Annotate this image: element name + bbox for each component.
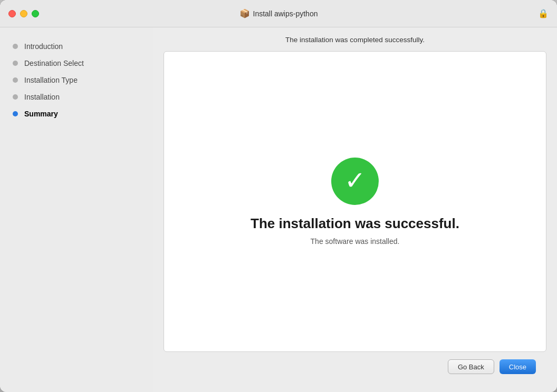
- sidebar-dot-installation-type: [13, 77, 18, 83]
- sidebar-item-destination-select: Destination Select: [0, 55, 153, 72]
- sidebar-item-installation: Installation: [0, 89, 153, 105]
- sidebar-dot-introduction: [13, 44, 18, 49]
- go-back-button[interactable]: Go Back: [448, 359, 494, 374]
- sidebar-label-destination-select: Destination Select: [24, 59, 84, 67]
- traffic-lights: [8, 10, 39, 17]
- sidebar-item-installation-type: Installation Type: [0, 72, 153, 89]
- sidebar-label-introduction: Introduction: [24, 42, 63, 51]
- button-bar: Go Back Close: [164, 352, 546, 381]
- installer-window: 📦 Install awips-python 🔒 Introduction De…: [0, 0, 557, 392]
- close-button[interactable]: Close: [500, 359, 536, 374]
- title-text: Install awips-python: [253, 9, 318, 18]
- sidebar-item-summary: Summary: [0, 105, 153, 122]
- success-subtitle: The software was installed.: [311, 237, 400, 246]
- content-panel: ✓ The installation was successful. The s…: [164, 51, 546, 352]
- titlebar: 📦 Install awips-python 🔒: [0, 0, 557, 27]
- success-title: The installation was successful.: [251, 215, 459, 232]
- sidebar: Introduction Destination Select Installa…: [0, 27, 153, 392]
- minimize-window-button[interactable]: [20, 10, 27, 17]
- checkmark-icon: ✓: [344, 168, 366, 193]
- success-icon: ✓: [331, 158, 379, 205]
- sidebar-dot-installation: [13, 94, 18, 100]
- sidebar-label-installation: Installation: [24, 93, 60, 101]
- window-title: 📦 Install awips-python: [239, 8, 318, 18]
- title-icon: 📦: [239, 8, 250, 18]
- sidebar-dot-destination-select: [13, 61, 18, 66]
- sidebar-item-introduction: Introduction: [0, 38, 153, 55]
- status-text: The installation was completed successfu…: [285, 36, 425, 44]
- close-window-button[interactable]: [8, 10, 16, 17]
- sidebar-label-installation-type: Installation Type: [24, 76, 78, 84]
- lock-icon: 🔒: [538, 8, 549, 18]
- sidebar-dot-summary: [13, 111, 18, 116]
- status-bar: The installation was completed successfu…: [164, 36, 546, 44]
- content-area: Introduction Destination Select Installa…: [0, 27, 557, 392]
- sidebar-label-summary: Summary: [24, 110, 58, 118]
- zoom-window-button[interactable]: [32, 10, 39, 17]
- main-area: The installation was completed successfu…: [153, 27, 557, 392]
